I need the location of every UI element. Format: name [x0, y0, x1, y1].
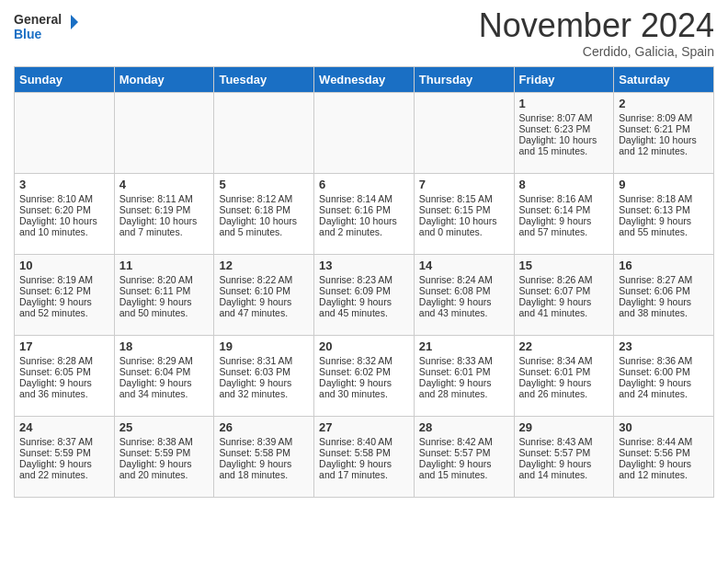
sunrise: Sunrise: 8:24 AM [419, 274, 493, 285]
sunset: Sunset: 5:56 PM [619, 447, 690, 458]
day-number: 16 [619, 259, 709, 272]
sunset: Sunset: 5:57 PM [519, 447, 591, 458]
header-row: Sunday Monday Tuesday Wednesday Thursday… [15, 67, 714, 93]
calendar-cell: 23 Sunrise: 8:36 AM Sunset: 6:00 PM Dayl… [614, 336, 714, 417]
day-number: 6 [319, 178, 409, 191]
sunset: Sunset: 6:18 PM [219, 204, 290, 215]
daylight: Daylight: 9 hours and 17 minutes. [319, 458, 392, 480]
sunrise: Sunrise: 8:27 AM [619, 274, 692, 285]
day-number: 28 [419, 420, 509, 434]
calendar-row-3: 17 Sunrise: 8:28 AM Sunset: 6:05 PM Dayl… [15, 336, 714, 417]
sunset: Sunset: 6:08 PM [419, 285, 491, 296]
sunrise: Sunrise: 8:36 AM [619, 355, 692, 366]
calendar-cell: 22 Sunrise: 8:34 AM Sunset: 6:01 PM Dayl… [514, 336, 614, 417]
day-number: 14 [419, 259, 509, 272]
col-saturday: Saturday [614, 67, 714, 93]
daylight: Daylight: 10 hours and 0 minutes. [419, 215, 497, 237]
calendar-row-1: 3 Sunrise: 8:10 AM Sunset: 6:20 PM Dayli… [15, 174, 714, 255]
sunset: Sunset: 6:16 PM [319, 204, 391, 215]
calendar-cell: 28 Sunrise: 8:42 AM Sunset: 5:57 PM Dayl… [414, 417, 514, 498]
sunset: Sunset: 6:23 PM [519, 123, 591, 134]
calendar-cell: 9 Sunrise: 8:18 AM Sunset: 6:13 PM Dayli… [614, 174, 714, 255]
day-number: 13 [319, 259, 409, 272]
daylight: Daylight: 9 hours and 30 minutes. [319, 377, 392, 399]
calendar-table: Sunday Monday Tuesday Wednesday Thursday… [14, 66, 714, 498]
day-number: 26 [219, 420, 309, 434]
calendar-cell: 1 Sunrise: 8:07 AM Sunset: 6:23 PM Dayli… [514, 93, 614, 174]
sunset: Sunset: 6:03 PM [219, 366, 290, 377]
sunrise: Sunrise: 8:43 AM [519, 436, 593, 447]
month-title: November 2024 [479, 9, 714, 42]
sunset: Sunset: 6:05 PM [19, 366, 91, 377]
sunrise: Sunrise: 8:40 AM [319, 436, 392, 447]
sunrise: Sunrise: 8:14 AM [319, 193, 392, 204]
sunrise: Sunrise: 8:07 AM [519, 112, 593, 123]
calendar-cell: 8 Sunrise: 8:16 AM Sunset: 6:14 PM Dayli… [514, 174, 614, 255]
daylight: Daylight: 9 hours and 22 minutes. [19, 458, 92, 480]
sunrise: Sunrise: 8:15 AM [419, 193, 493, 204]
sunrise: Sunrise: 8:18 AM [619, 193, 692, 204]
day-number: 19 [219, 339, 309, 353]
col-wednesday: Wednesday [314, 67, 415, 93]
sunset: Sunset: 5:57 PM [419, 447, 491, 458]
daylight: Daylight: 9 hours and 32 minutes. [219, 377, 291, 399]
day-number: 27 [319, 420, 409, 434]
day-number: 17 [19, 339, 109, 353]
page-header: General Blue November 2024 Cerdido, Gali… [14, 9, 714, 59]
day-number: 7 [419, 178, 509, 191]
daylight: Daylight: 10 hours and 2 minutes. [319, 215, 397, 237]
sunrise: Sunrise: 8:33 AM [419, 355, 493, 366]
day-number: 3 [19, 178, 109, 191]
calendar-cell: 6 Sunrise: 8:14 AM Sunset: 6:16 PM Dayli… [314, 174, 415, 255]
sunset: Sunset: 6:15 PM [419, 204, 491, 215]
calendar-cell: 12 Sunrise: 8:22 AM Sunset: 6:10 PM Dayl… [214, 255, 314, 336]
day-number: 21 [419, 339, 509, 353]
sunrise: Sunrise: 8:22 AM [219, 274, 292, 285]
day-number: 5 [219, 178, 309, 191]
day-number: 22 [519, 339, 609, 353]
calendar-cell [314, 93, 415, 174]
sunset: Sunset: 6:01 PM [419, 366, 491, 377]
logo: General Blue [14, 9, 78, 44]
daylight: Daylight: 9 hours and 15 minutes. [419, 458, 492, 480]
sunset: Sunset: 6:13 PM [619, 204, 690, 215]
calendar-cell: 14 Sunrise: 8:24 AM Sunset: 6:08 PM Dayl… [414, 255, 514, 336]
sunset: Sunset: 6:02 PM [319, 366, 391, 377]
daylight: Daylight: 9 hours and 34 minutes. [119, 377, 192, 399]
sunrise: Sunrise: 8:29 AM [119, 355, 193, 366]
sunset: Sunset: 6:21 PM [619, 123, 690, 134]
day-number: 9 [619, 178, 709, 191]
calendar-cell: 11 Sunrise: 8:20 AM Sunset: 6:11 PM Dayl… [114, 255, 214, 336]
daylight: Daylight: 10 hours and 15 minutes. [519, 134, 597, 156]
daylight: Daylight: 9 hours and 38 minutes. [619, 296, 691, 318]
sunset: Sunset: 5:58 PM [319, 447, 391, 458]
daylight: Daylight: 9 hours and 47 minutes. [219, 296, 291, 318]
sunrise: Sunrise: 8:12 AM [219, 193, 292, 204]
day-number: 10 [19, 259, 109, 272]
daylight: Daylight: 9 hours and 41 minutes. [519, 296, 592, 318]
calendar-cell [15, 93, 115, 174]
day-number: 18 [119, 339, 210, 353]
calendar-cell: 13 Sunrise: 8:23 AM Sunset: 6:09 PM Dayl… [314, 255, 415, 336]
col-thursday: Thursday [414, 67, 514, 93]
day-number: 1 [519, 97, 609, 110]
sunset: Sunset: 6:06 PM [619, 285, 690, 296]
daylight: Daylight: 10 hours and 7 minutes. [119, 215, 198, 237]
daylight: Daylight: 9 hours and 12 minutes. [619, 458, 691, 480]
sunset: Sunset: 6:20 PM [19, 204, 91, 215]
day-number: 8 [519, 178, 609, 191]
sunrise: Sunrise: 8:38 AM [119, 436, 193, 447]
daylight: Daylight: 9 hours and 43 minutes. [419, 296, 492, 318]
sunrise: Sunrise: 8:11 AM [119, 193, 193, 204]
day-number: 12 [219, 259, 309, 272]
sunset: Sunset: 5:59 PM [19, 447, 91, 458]
daylight: Daylight: 9 hours and 28 minutes. [419, 377, 492, 399]
daylight: Daylight: 9 hours and 55 minutes. [619, 215, 691, 237]
sunset: Sunset: 6:14 PM [519, 204, 591, 215]
sunrise: Sunrise: 8:26 AM [519, 274, 593, 285]
calendar-cell: 29 Sunrise: 8:43 AM Sunset: 5:57 PM Dayl… [514, 417, 614, 498]
day-number: 25 [119, 420, 210, 434]
daylight: Daylight: 10 hours and 10 minutes. [19, 215, 97, 237]
daylight: Daylight: 9 hours and 26 minutes. [519, 377, 592, 399]
sunrise: Sunrise: 8:31 AM [219, 355, 292, 366]
